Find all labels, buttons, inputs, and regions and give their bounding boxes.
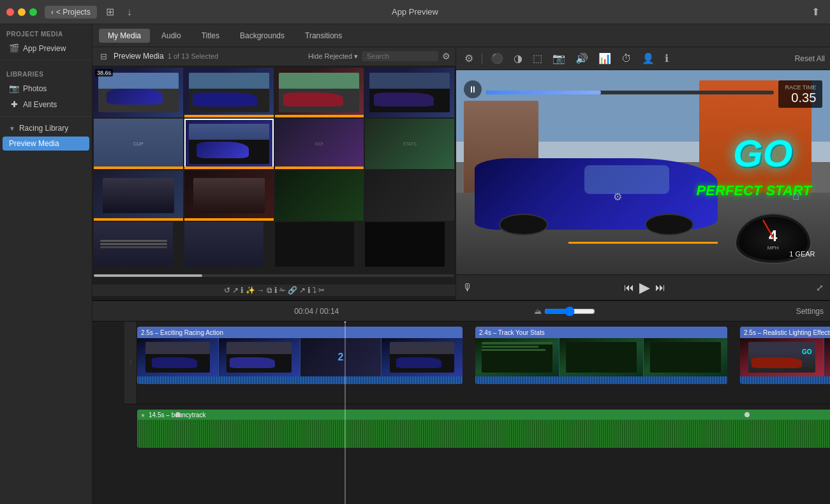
media-thumb-8[interactable]: STATS <box>365 119 454 169</box>
grid-view-button[interactable]: ⊞ <box>102 3 118 20</box>
thumb-orange-bar-4 <box>184 167 274 169</box>
tab-my-media[interactable]: My Media <box>99 29 150 43</box>
two-pane: ⊟ Preview Media 1 of 13 Selected Hide Re… <box>93 47 830 300</box>
share-icon[interactable]: ↗ <box>232 286 239 295</box>
enhance-button[interactable]: ◑ <box>510 50 526 66</box>
timeline-header: 00:04 / 00:14 ⛰ Settings <box>93 301 830 322</box>
preview-controls: 🎙 ⏮ ▶ ⏭ ⤢ <box>456 274 830 300</box>
sidebar-item-racing-library[interactable]: ▼ Racing Library <box>3 121 89 135</box>
clip-2-thumbnails <box>475 338 727 376</box>
cut-icon[interactable]: ✁ <box>279 286 286 295</box>
clip-thumb-red-car-2 <box>824 338 830 376</box>
toggle-sidebar-button[interactable]: ⊟ <box>98 52 110 61</box>
clip-thumb-red-car: GO <box>740 338 824 376</box>
media-thumb-5[interactable]: CLIP <box>94 119 183 169</box>
camera-button[interactable]: 📷 <box>549 50 568 66</box>
timeline-timecode: 00:04 / 00:14 <box>294 307 339 316</box>
crop-button[interactable]: ⬚ <box>530 50 545 66</box>
clock-button[interactable]: ⏱ <box>618 51 635 66</box>
thumb-duration: 38.6s <box>95 69 113 77</box>
media-browser: ⊟ Preview Media 1 of 13 Selected Hide Re… <box>93 47 456 300</box>
media-thumb-4[interactable] <box>365 68 454 118</box>
clip-thumb-stats-2 <box>560 338 643 376</box>
info-icon-3[interactable]: ℹ <box>308 286 311 295</box>
video-clip-1[interactable]: 2.5s – Exciting Racing Action <box>137 327 463 384</box>
timeline-content[interactable]: ⋮ 2.5s – Exciting Racing Action <box>93 322 830 504</box>
magic-wand-button[interactable]: ⚙ <box>461 50 477 66</box>
person-button[interactable]: 👤 <box>639 50 658 66</box>
zoom-slider[interactable] <box>544 306 595 316</box>
thumb-orange-bar-3 <box>94 167 183 169</box>
chart-button[interactable]: 📊 <box>595 50 614 66</box>
info-icon-2[interactable]: ℹ <box>274 286 278 295</box>
media-tool-bar: ↺ ↗ ℹ ✨ → ⧉ ℹ ✁ 🔗 ↗ ℹ ⤵ ✂ <box>93 285 456 296</box>
media-search-input[interactable] <box>362 51 438 61</box>
media-thumb-16[interactable] <box>365 222 444 267</box>
share-button[interactable]: ⬆ <box>808 3 824 20</box>
list-view-button[interactable]: ↓ <box>123 4 136 20</box>
arrow-right-icon[interactable]: → <box>257 286 265 295</box>
play-pause-button[interactable]: ▶ <box>639 279 650 296</box>
minimize-button[interactable] <box>18 8 26 16</box>
media-thumb-1[interactable]: 38.6s <box>94 68 183 118</box>
clip-row-handle[interactable]: ⋮ <box>124 322 137 404</box>
clip-2-label: 2.4s – Track Your Stats <box>475 327 727 338</box>
media-thumb-7[interactable]: GO! <box>275 119 364 169</box>
video-clip-3[interactable]: 2.5s – Realistic Lighting Effects GO <box>740 327 830 384</box>
hide-rejected-button[interactable]: Hide Rejected ▾ <box>308 52 358 61</box>
preview-video: GO PERFECT START RACE TIME 0.35 ⏸ <box>456 70 830 274</box>
tab-backgrounds[interactable]: Backgrounds <box>231 29 293 43</box>
back-projects-button[interactable]: ‹ < Projects <box>45 6 97 19</box>
arrow-icon[interactable]: ⤵ <box>313 286 316 295</box>
media-thumb-12[interactable] <box>365 170 454 221</box>
scissor-icon[interactable]: ✂ <box>318 286 325 295</box>
maximize-button[interactable] <box>29 8 37 16</box>
media-thumb-6[interactable] <box>184 119 274 169</box>
media-thumb-3[interactable] <box>275 68 364 118</box>
media-thumb-9[interactable] <box>94 170 183 221</box>
share-icon-2[interactable]: ↗ <box>299 286 306 295</box>
link-icon[interactable]: 🔗 <box>288 286 297 295</box>
tab-transitions[interactable]: Transitions <box>296 29 351 43</box>
media-thumb-15[interactable] <box>275 222 354 267</box>
tab-titles[interactable]: Titles <box>193 29 228 43</box>
media-browser-title: Preview Media <box>114 52 164 61</box>
reset-all-button[interactable]: Reset All <box>795 54 825 63</box>
media-thumb-11[interactable] <box>275 170 364 221</box>
info-circle-icon[interactable]: ℹ <box>241 286 244 295</box>
skip-forward-button[interactable]: ⏭ <box>655 282 665 293</box>
pause-button-overlay[interactable]: ⏸ <box>464 80 482 98</box>
video-clip-2[interactable]: 2.4s – Track Your Stats <box>475 327 727 384</box>
mountain-icon: ⛰ <box>534 307 542 316</box>
audio-button[interactable]: 🔊 <box>572 50 591 66</box>
skip-back-button[interactable]: ⏮ <box>624 282 634 293</box>
sidebar-item-all-events[interactable]: ✚ All Events <box>3 97 89 112</box>
copy-icon[interactable]: ⧉ <box>267 286 272 295</box>
fullscreen-button[interactable]: ⤢ <box>816 283 824 293</box>
preview-area: ⚙ ⚫ ◑ ⬚ 📷 🔊 📊 ⏱ 👤 ℹ Reset All <box>456 47 830 300</box>
sidebar-item-photos[interactable]: 📷 Photos <box>3 81 89 96</box>
media-thumb-10[interactable] <box>184 170 274 221</box>
audio-dot: ● <box>141 411 145 419</box>
media-browser-count: 1 of 13 Selected <box>168 52 219 60</box>
clip-2-audio-wave <box>475 376 727 384</box>
audio-clip[interactable]: ● 14.5s – bouncytrack <box>137 410 830 448</box>
thumb-orange-bar-5 <box>275 167 364 169</box>
wand-icon[interactable]: ✨ <box>246 286 255 295</box>
media-thumb-2[interactable] <box>184 68 274 118</box>
close-button[interactable] <box>6 8 14 16</box>
media-thumb-13[interactable] <box>94 222 173 267</box>
playhead[interactable] <box>345 322 346 504</box>
rotate-left-icon[interactable]: ↺ <box>224 286 230 295</box>
microphone-button[interactable]: 🎙 <box>463 282 473 293</box>
sidebar-item-app-preview[interactable]: 🎬 App Preview <box>3 41 89 56</box>
tab-audio[interactable]: Audio <box>152 29 190 43</box>
info-button[interactable]: ℹ <box>662 50 672 66</box>
color-button[interactable]: ⚫ <box>487 50 507 66</box>
media-settings-button[interactable]: ⚙ <box>442 51 450 61</box>
media-thumb-14[interactable] <box>184 222 263 267</box>
main-layout: PROJECT MEDIA 🎬 App Preview LIBRARIES 📷 … <box>0 24 830 504</box>
timeline-settings-button[interactable]: Settings <box>796 307 824 316</box>
sidebar-item-preview-media[interactable]: Preview Media <box>3 137 89 151</box>
content-area: My Media Audio Titles Backgrounds Transi… <box>93 24 830 504</box>
